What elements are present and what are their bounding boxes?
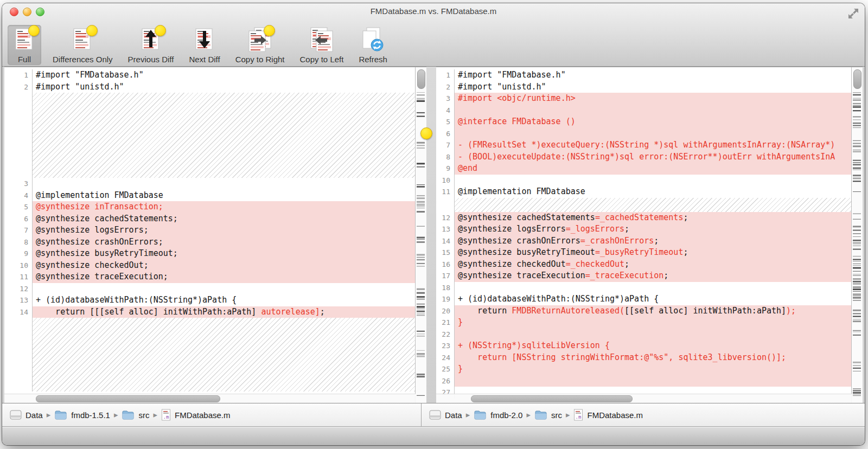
unsaved-changes-badge	[264, 25, 275, 36]
fullscreen-icon[interactable]	[847, 8, 859, 20]
line-number: 25	[436, 363, 455, 375]
folder-icon	[474, 410, 487, 420]
code-text: @synthesize logsErrors;	[33, 224, 416, 236]
code-text: @synthesize traceExecution;	[33, 271, 416, 283]
line-number: 1	[436, 69, 455, 81]
path-item-label: fmdb-1.5.1	[71, 410, 110, 420]
mfile-icon: .m	[573, 409, 583, 421]
diff-content: 1#import "FMDatabase.h"2#import "unistd.…	[2, 67, 865, 403]
line-number: 12	[4, 283, 33, 295]
window-footer	[2, 427, 865, 445]
toolbar-button-label: Next Diff	[189, 55, 220, 64]
code-text: @synthesize traceExecution=_traceExecuti…	[455, 270, 852, 282]
code-line: 4@implementation FMDatabase	[4, 190, 416, 202]
mfile-icon: .m	[161, 409, 171, 421]
path-item: fmdb-1.5.1	[54, 410, 110, 420]
left-file-pane[interactable]: 1#import "FMDatabase.h"2#import "unistd.…	[4, 67, 426, 403]
filemerge-window: FMDatabase.m vs. FMDatabase.m Full Diffe…	[2, 3, 865, 445]
line-number: 10	[436, 175, 455, 187]
left-horizontal-scrollbar-thumb[interactable]	[36, 395, 220, 402]
path-item: .mFMDatabase.m	[161, 409, 231, 421]
toolbar-button-label: Differences Only	[53, 55, 113, 64]
code-text: return FMDBReturnAutoreleased([[self all…	[455, 305, 852, 317]
code-text: @synthesize checkedOut;	[33, 260, 416, 272]
path-item-label: src	[551, 410, 562, 420]
code-text: @synthesize inTransaction;	[33, 201, 416, 213]
toolbar-button-previous-diff[interactable]: Previous Diff	[124, 25, 178, 65]
left-overview-strip[interactable]	[415, 67, 426, 403]
toolbar: Full Differences Only Previous Diff Next…	[8, 22, 859, 65]
code-text: #import "FMDatabase.h"	[33, 69, 416, 81]
left-code-area[interactable]: 1#import "FMDatabase.h"2#import "unistd.…	[4, 67, 416, 403]
code-text: return [[[self alloc] initWithPath:aPath…	[33, 306, 416, 318]
right-overview-strip[interactable]	[851, 67, 863, 403]
document-arrow-up-icon	[138, 27, 164, 54]
right-file-pane[interactable]: 1#import "FMDatabase.h"2#import "unistd.…	[436, 67, 863, 403]
left-horizontal-scrollbar[interactable]	[4, 394, 416, 403]
line-number: 8	[436, 151, 455, 163]
path-separator-chevron: ▸	[466, 410, 470, 420]
line-number: 14	[436, 235, 455, 247]
svg-text:.m: .m	[576, 414, 582, 420]
code-line: 9@end	[436, 163, 852, 175]
path-item-label: FMDatabase.m	[587, 410, 643, 420]
disk-icon	[10, 409, 22, 420]
line-number: 13	[4, 294, 33, 306]
unsaved-changes-badge	[28, 25, 40, 36]
code-text: @synthesize cachedStatements=_cachedStat…	[455, 212, 852, 224]
code-text	[455, 128, 852, 140]
toolbar-button-next-diff[interactable]: Next Diff	[185, 25, 224, 65]
toolbar-button-label: Copy to Left	[300, 55, 344, 64]
code-line: 3	[4, 178, 416, 190]
toolbar-button-label: Full	[18, 55, 31, 64]
code-line: 14 return [[[self alloc] initWithPath:aP…	[4, 306, 416, 318]
code-line: 14@synthesize crashOnErrors=_crashOnErro…	[436, 235, 852, 247]
code-text: @synthesize crashOnErrors;	[33, 236, 416, 248]
toolbar-button-copy-to-right[interactable]: Copy to Right	[232, 25, 289, 65]
collapsed-lines-region	[4, 318, 416, 392]
right-horizontal-scrollbar[interactable]	[436, 394, 852, 403]
code-text: @synthesize logsErrors=_logsErrors;	[455, 223, 852, 235]
code-text: #import <objc/runtime.h>	[455, 93, 852, 105]
line-number: 7	[4, 224, 33, 236]
pane-divider	[426, 67, 436, 403]
toolbar-button-full[interactable]: Full	[8, 25, 41, 65]
toolbar-button-refresh[interactable]: Refresh	[355, 25, 391, 65]
path-bars: Data▸fmdb-1.5.1▸src▸.mFMDatabase.m Data▸…	[2, 403, 865, 427]
line-number: 12	[436, 212, 455, 224]
code-text: #import "FMDatabase.h"	[455, 69, 852, 81]
code-line: 23+ (NSString*)sqliteLibVersion {	[436, 340, 852, 352]
line-number: 17	[436, 270, 455, 282]
right-code-area[interactable]: 1#import "FMDatabase.h"2#import "unistd.…	[436, 67, 852, 403]
toolbar-button-label: Previous Diff	[128, 55, 174, 64]
code-line: 9@synthesize busyRetryTimeout;	[4, 248, 416, 260]
code-line: 8- (BOOL)executeUpdate:(NSString*)sql er…	[436, 151, 852, 163]
documents-arrow-left-icon	[309, 27, 335, 54]
code-text: @implementation FMDatabase	[33, 190, 416, 202]
left-vertical-scrollbar-thumb[interactable]	[417, 69, 425, 89]
code-line: 26	[436, 375, 852, 387]
right-horizontal-scrollbar-thumb[interactable]	[471, 395, 633, 402]
right-vertical-scrollbar-thumb[interactable]	[853, 69, 861, 89]
diff-document-icon	[69, 27, 95, 54]
code-text: - (FMResultSet *)executeQuery:(NSString …	[455, 139, 852, 151]
path-separator-chevron: ▸	[153, 410, 157, 420]
code-text: + (NSString*)sqliteLibVersion {	[455, 340, 852, 352]
path-item-label: Data	[25, 410, 43, 420]
code-line: 5@interface FMDatabase ()	[436, 116, 852, 128]
line-number: 11	[436, 186, 455, 198]
current-diff-marker[interactable]	[420, 127, 432, 139]
line-number: 1	[4, 69, 33, 81]
line-number: 4	[436, 105, 455, 117]
folder-icon	[534, 410, 547, 420]
toolbar-button-label: Copy to Right	[235, 55, 285, 64]
code-line: 10	[436, 175, 852, 187]
line-number: 21	[436, 317, 455, 329]
code-text: @end	[455, 163, 852, 175]
path-separator-chevron: ▸	[566, 410, 570, 420]
toolbar-button-copy-to-left[interactable]: Copy to Left	[296, 25, 348, 65]
code-line: 7@synthesize logsErrors;	[4, 224, 416, 236]
line-number: 11	[4, 271, 33, 283]
collapsed-lines-region	[436, 198, 852, 212]
toolbar-button-differences-only[interactable]: Differences Only	[49, 25, 117, 65]
